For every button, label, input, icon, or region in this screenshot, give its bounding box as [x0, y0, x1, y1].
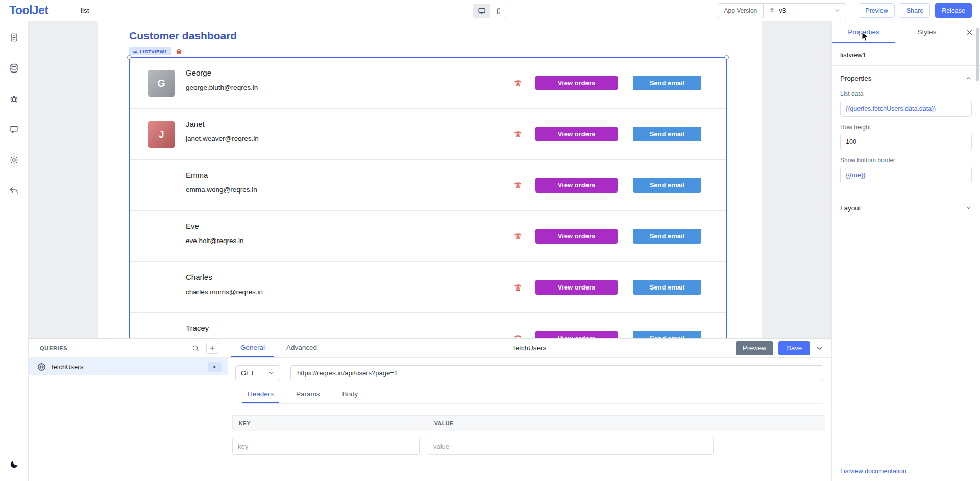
version-value: v3 [779, 7, 786, 14]
version-dropdown[interactable]: v3 [764, 3, 846, 18]
pages-icon[interactable] [6, 29, 23, 46]
list-item: J Janet janet.weaver@reqres.in View orde… [130, 109, 726, 160]
delete-row-icon[interactable] [513, 130, 522, 138]
tab-params[interactable]: Params [291, 386, 325, 403]
global-settings-icon[interactable] [6, 182, 23, 199]
device-toggle [473, 4, 507, 18]
properties-section-header[interactable]: Properties [832, 66, 980, 84]
resize-handle[interactable] [127, 55, 132, 60]
header-value-input[interactable] [428, 438, 714, 455]
properties-panel: Properties Styles listview1 Properties L… [831, 21, 980, 481]
add-query-button[interactable] [206, 343, 218, 354]
tab-general[interactable]: General [231, 339, 274, 357]
send-email-button[interactable]: Send email [633, 127, 701, 141]
properties-panel-tabs: Properties Styles [832, 21, 980, 43]
release-button[interactable]: Release [935, 3, 972, 18]
share-button[interactable]: Share [900, 3, 930, 18]
list-item: G George george.bluth@reqres.in View ord… [130, 58, 726, 109]
headers-table-header: KEY VALUE [232, 415, 825, 431]
tab-headers[interactable]: Headers [242, 386, 279, 403]
delete-row-icon[interactable] [513, 79, 522, 87]
send-email-button[interactable]: Send email [633, 331, 701, 338]
canvas[interactable]: Customer dashboard LISTVIEW1 [98, 21, 762, 338]
customer-email: emma.wong@reqres.in [186, 186, 257, 194]
view-orders-button[interactable]: View orders [535, 229, 618, 244]
customer-name: Janet [186, 119, 205, 128]
send-email-button[interactable]: Send email [633, 178, 701, 193]
query-panel: QUERIES [29, 338, 831, 481]
delete-widget-icon[interactable] [176, 48, 182, 55]
rocket-icon [769, 7, 775, 14]
query-preview-button[interactable]: Preview [736, 341, 773, 355]
scrollbar-thumb[interactable] [976, 28, 979, 81]
database-icon[interactable] [6, 59, 23, 77]
inspector-icon[interactable] [6, 121, 23, 138]
query-list-item[interactable]: fetchUsers [29, 358, 228, 375]
query-list-header: QUERIES [29, 339, 228, 358]
listview-documentation-link[interactable]: Listview documentation [840, 468, 906, 475]
desktop-view-button[interactable] [473, 4, 490, 18]
tooljet-app-builder: ToolJet list App Version [0, 0, 980, 481]
tab-body[interactable]: Body [337, 386, 363, 403]
customer-email: janet.weaver@reqres.in [186, 135, 259, 142]
request-row: GET [228, 358, 831, 380]
delete-row-icon[interactable] [513, 232, 522, 240]
page-title: Customer dashboard [129, 30, 237, 42]
delete-row-icon[interactable] [513, 334, 522, 338]
tab-advanced[interactable]: Advanced [277, 339, 326, 357]
plus-icon [209, 345, 216, 352]
query-save-button[interactable]: Save [778, 341, 810, 355]
query-list-pane: QUERIES [29, 339, 228, 481]
view-orders-button[interactable]: View orders [535, 76, 618, 90]
chevron-up-icon [965, 75, 972, 82]
view-orders-button[interactable]: View orders [535, 178, 618, 193]
row-height-input[interactable] [840, 134, 972, 150]
tab-styles[interactable]: Styles [895, 21, 959, 43]
list-item: E Emma emma.wong@reqres.in View orders S… [130, 160, 726, 211]
avatar: C [148, 274, 175, 301]
settings-icon[interactable] [6, 151, 23, 169]
delete-row-icon[interactable] [513, 283, 522, 292]
widget-badge-label: LISTVIEW1 [140, 49, 167, 54]
row-height-field: Row height [832, 124, 980, 150]
delete-row-icon[interactable] [513, 181, 522, 189]
query-editor-pane: General Advanced fetchUsers Preview Save… [228, 339, 831, 481]
view-orders-button[interactable]: View orders [535, 127, 618, 141]
show-bottom-border-label: Show bottom border [840, 157, 972, 164]
dark-mode-icon[interactable] [6, 455, 23, 473]
top-bar: ToolJet list App Version [0, 0, 980, 21]
view-orders-button[interactable]: View orders [535, 331, 618, 338]
customer-name: George [186, 68, 211, 77]
list-data-input[interactable] [840, 101, 972, 117]
collapse-panel-button[interactable] [815, 344, 824, 353]
search-queries-button[interactable] [189, 343, 202, 354]
mobile-icon [495, 8, 502, 15]
key-column-header: KEY [233, 420, 428, 426]
customer-name: Tracey [186, 324, 209, 332]
chevron-down-icon [965, 205, 972, 211]
send-email-button[interactable]: Send email [633, 229, 701, 244]
resize-handle[interactable] [724, 55, 729, 60]
debugger-icon[interactable] [6, 90, 23, 107]
run-query-button[interactable] [208, 362, 222, 372]
show-bottom-border-input[interactable] [840, 167, 972, 183]
send-email-button[interactable]: Send email [633, 280, 701, 295]
app-name[interactable]: list [81, 7, 89, 14]
value-column-header: VALUE [428, 420, 453, 426]
tab-properties[interactable]: Properties [832, 21, 895, 43]
layout-section-header[interactable]: Layout [832, 196, 980, 220]
send-email-button[interactable]: Send email [633, 76, 701, 90]
url-input[interactable] [290, 365, 823, 380]
tooljet-logo[interactable]: ToolJet [9, 4, 48, 17]
preview-button[interactable]: Preview [859, 3, 894, 18]
view-orders-button[interactable]: View orders [535, 280, 618, 295]
listview-widget[interactable]: G George george.bluth@reqres.in View ord… [129, 57, 727, 338]
widget-badge[interactable]: LISTVIEW1 [129, 47, 171, 55]
mobile-view-button[interactable] [490, 4, 507, 18]
avatar: J [148, 121, 175, 148]
method-select[interactable]: GET [235, 365, 280, 380]
avatar: T [148, 325, 175, 338]
header-key-input[interactable] [232, 438, 420, 455]
app-version-group: App Version v3 [718, 3, 847, 18]
list-item: E Eve eve.holt@reqres.in View orders Sen… [130, 211, 726, 262]
